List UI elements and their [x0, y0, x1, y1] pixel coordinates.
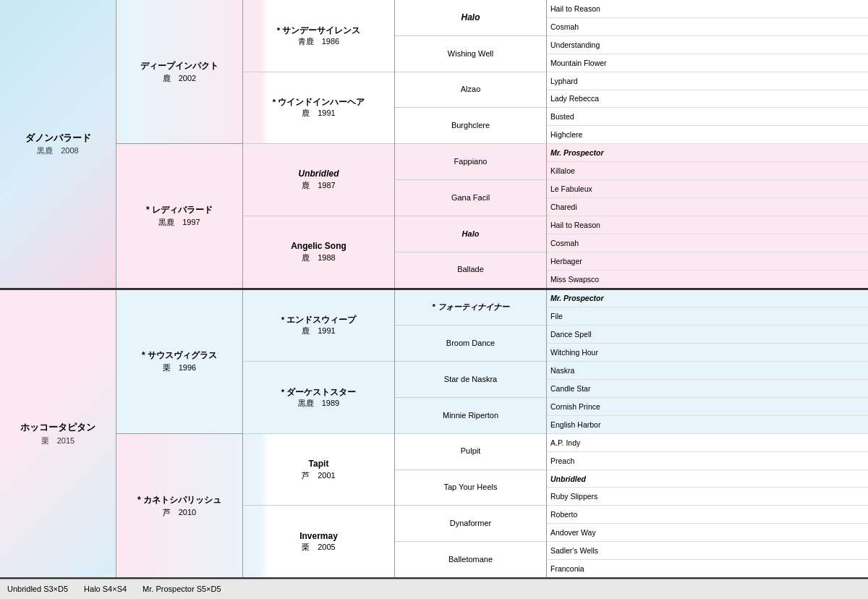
b-dds-2: Andover Way: [547, 524, 868, 542]
b-ss-sire-name: * フォーティナイナー: [432, 302, 509, 313]
b-sds-1: Naskra: [547, 362, 868, 380]
b-ss-dam: Broom Dance: [395, 326, 546, 362]
ssd-2: Mountain Flower: [547, 54, 868, 72]
dam-name: * レディバラード: [146, 203, 213, 216]
col-lv3-top: * サンデーサイレンス 青鹿 1986 * ウインドインハーヘア 鹿 1991 …: [242, 0, 394, 288]
dds-2: Cosmah: [547, 234, 868, 252]
dsd-2: Charedi: [547, 198, 868, 216]
dd-sire-name: Halo: [462, 229, 480, 239]
b-ss-dam-name: Broom Dance: [446, 338, 495, 349]
b-ss-sire: * フォーティナイナー: [395, 290, 546, 326]
dss-2: Killaloe: [547, 162, 868, 180]
b-sd-dam-name: Minnie Riperton: [443, 410, 498, 421]
b-sd-cell: * ダーケストスター 黒鹿 1989: [243, 362, 394, 434]
pedigree-chart: ダノンバラード 黒鹿 2008 ディープインパクト 鹿 2002 * レディバラ…: [0, 0, 868, 599]
b-ds-dam: Tap Your Heels: [395, 470, 546, 506]
b-dss-1: A.P. Indy: [547, 434, 868, 452]
dsd-1: Le Fabuleux: [547, 180, 868, 198]
dam-dam-cell: Angelic Song 鹿 1988: [243, 216, 394, 288]
ds-dam-name: Gana Facil: [451, 192, 490, 203]
b-dd-dam-name: Balletomane: [448, 554, 493, 565]
sdd-1: Busted: [547, 108, 868, 126]
sd-sire: Alzao: [395, 72, 546, 109]
b-ds-name: Tapit: [309, 458, 329, 470]
dam-dam-name: Angelic Song: [291, 240, 346, 252]
b-ddd-1: Sadler's Wells: [547, 542, 868, 560]
b-sss-2: File: [547, 307, 868, 326]
sire-dam-cell: * ウインドインハーヘア 鹿 1991: [243, 72, 394, 145]
ddd-1: Herbager: [547, 252, 868, 271]
sire-name: ディープインパクト: [140, 59, 218, 72]
sds-2: Lady Rebecca: [547, 90, 868, 109]
b-sd-dam: Minnie Riperton: [395, 398, 546, 434]
ss-sire-name: Halo: [461, 12, 480, 24]
b-dam-name: * カネトシパリッシュ: [137, 493, 221, 506]
b-dd-dam: Balletomane: [395, 542, 546, 577]
dd-dam: Ballade: [395, 252, 546, 288]
sire-sire-cell: * サンデーサイレンス 青鹿 1986: [243, 0, 394, 72]
b-ds-cell: Tapit 芦 2001: [243, 434, 394, 506]
col-horse-top: ダノンバラード 黒鹿 2008: [0, 0, 116, 288]
sd-sire-name: Alzao: [461, 84, 481, 95]
pedigree-area: ダノンバラード 黒鹿 2008 ディープインパクト 鹿 2002 * レディバラ…: [0, 0, 868, 579]
ssd-1: Understanding: [547, 36, 868, 54]
dds-1: Hail to Reason: [547, 216, 868, 234]
b-sdd-1: Cornish Prince: [547, 398, 868, 416]
b-sdd-2: English Harbor: [547, 416, 868, 434]
col-lv5-top: Hail to Reason Cosmah Understanding Moun…: [546, 0, 868, 288]
b-ss-name: * エンドスウィープ: [281, 314, 357, 326]
b-sire-name: * サウスヴィグラス: [142, 349, 217, 362]
dam-sub: 黒鹿 1997: [158, 216, 200, 229]
sd-dam: Burghclere: [395, 108, 546, 144]
horse-bottom: ホッコータピタン 栗 2015: [16, 297, 100, 571]
b-dd-cell: Invermay 栗 2005: [243, 506, 394, 577]
sire-sire-name: * サンデーサイレンス: [277, 25, 361, 36]
b-ddd-2: Franconia: [547, 560, 868, 577]
b-dss-2: Preach: [547, 452, 868, 470]
dam-sire-cell: Unbridled 鹿 1987: [243, 144, 394, 216]
horse-bottom-name: ホッコータピタン: [20, 420, 95, 435]
b-ds-sire-name: Pulpit: [461, 446, 481, 456]
ddd-2: Miss Swapsco: [547, 271, 868, 288]
col-lv2-bottom: * サウスヴィグラス 栗 1996 * カネトシパリッシュ 芦 2010: [116, 290, 242, 578]
b-sd-sire: Star de Naskra: [395, 362, 546, 398]
b-ss-cell: * エンドスウィープ 鹿 1991: [243, 290, 394, 362]
ds-sire-name: Fappiano: [454, 156, 488, 167]
ds-sire: Fappiano: [395, 144, 546, 180]
horse-top-sub: 黒鹿 2008: [37, 145, 78, 157]
b-ssd-1: Dance Spell: [547, 326, 868, 344]
sire-sub: 鹿 2002: [163, 72, 196, 85]
sire-dam-name: * ウインドインハーヘア: [273, 96, 365, 108]
horse-bottom-sub: 栗 2015: [41, 435, 75, 447]
col-lv4-top: Halo Wishing Well Alzao Burghclere Fappi…: [394, 0, 546, 288]
b-dds-1: Roberto: [547, 506, 868, 524]
b-sss-1: Mr. Prospector: [547, 290, 868, 308]
b-dsd-2: Ruby Slippers: [547, 488, 868, 506]
ss-dam-name: Wishing Well: [448, 48, 493, 59]
dd-dam-name: Ballade: [457, 264, 484, 275]
dss-1: Mr. Prospector: [547, 144, 868, 162]
sss-1: Hail to Reason: [547, 0, 868, 18]
horse-top-name: ダノンバラード: [25, 131, 91, 145]
col-lv2-top: ディープインパクト 鹿 2002 * レディバラード 黒鹿 1997: [116, 0, 242, 288]
b-dam-cell: * カネトシパリッシュ 芦 2010: [116, 434, 242, 577]
b-dd-name: Invermay: [299, 530, 338, 543]
horse-top: ダノンバラード 黒鹿 2008: [21, 7, 95, 281]
sds-1: Lyphard: [547, 72, 868, 90]
sire-cell: ディープインパクト 鹿 2002: [116, 0, 242, 144]
footer: Unbridled S3×D5 Halo S4×S4 Mr. Prospecto…: [0, 579, 868, 599]
footer-text: Unbridled S3×D5 Halo S4×S4 Mr. Prospecto…: [7, 584, 221, 595]
b-sd-sire-name: Star de Naskra: [444, 374, 497, 385]
col-lv4-bottom: * フォーティナイナー Broom Dance Star de Naskra M…: [394, 290, 546, 578]
col-horse-bottom: ホッコータピタン 栗 2015: [0, 290, 116, 578]
sdd-2: Highclere: [547, 126, 868, 144]
col-lv5-bottom: Mr. Prospector File Dance Spell Witching…: [546, 290, 868, 578]
b-sds-2: Candle Star: [547, 380, 868, 398]
sss-2: Cosmah: [547, 18, 868, 36]
dd-sire: Halo: [395, 216, 546, 252]
b-sd-name: * ダーケストスター: [281, 386, 357, 398]
b-dsd-1: Unbridled: [547, 470, 868, 488]
ss-dam: Wishing Well: [395, 36, 546, 72]
b-ds-sire: Pulpit: [395, 434, 546, 470]
dam-cell: * レディバラード 黒鹿 1997: [116, 144, 242, 287]
